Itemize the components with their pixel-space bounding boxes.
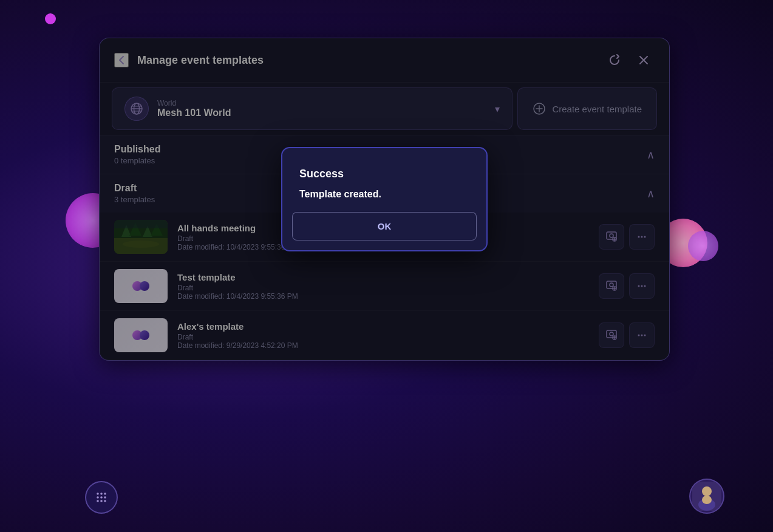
bg-circle-right-2 [688,231,718,261]
avatar-image [692,482,721,511]
modal-message: Template created. [299,189,469,200]
modal-footer: OK [282,212,486,250]
modal-content: Success Template created. [282,148,486,212]
svg-point-6 [97,500,99,502]
svg-point-0 [97,493,99,495]
bg-dot-1 [45,13,56,24]
modal-title: Success [299,168,469,180]
svg-point-3 [97,496,99,499]
svg-point-12 [702,496,712,504]
svg-point-7 [100,500,103,502]
main-window: Manage event templates [99,38,670,361]
svg-point-2 [104,493,106,495]
success-modal: Success Template created. OK [281,147,488,251]
user-avatar[interactable] [689,479,724,514]
apps-button[interactable] [85,481,118,514]
svg-point-10 [702,486,712,496]
svg-point-5 [104,496,106,499]
svg-point-1 [100,493,103,495]
grid-icon [95,491,108,504]
modal-overlay: Success Template created. OK [100,38,669,360]
svg-point-8 [104,500,106,502]
modal-ok-button[interactable]: OK [292,212,477,240]
svg-point-4 [100,496,103,499]
